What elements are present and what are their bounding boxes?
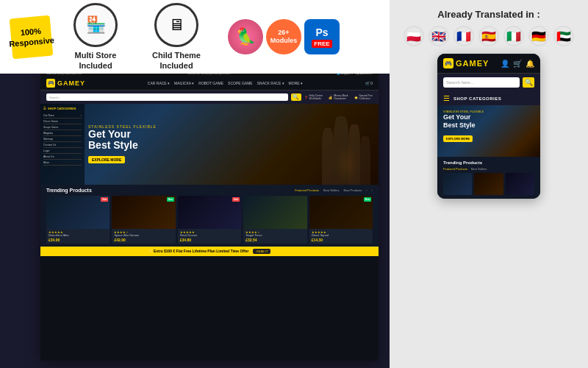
cart-icon[interactable]: 🛒 0: [365, 81, 373, 85]
product-image-5: New: [309, 196, 373, 229]
flag-poland: 🇵🇱: [404, 26, 424, 46]
flag-italy: 🇮🇹: [503, 26, 524, 46]
badges-area: 100% Responsive 🏪 Multi Store Included 🖥…: [0, 0, 390, 74]
help-icon: ❓: [304, 96, 308, 99]
flag-spain: 🇪🇸: [478, 26, 499, 46]
mobile-trending-title: Trending Products: [443, 160, 482, 165]
sidebar-item-scope-game[interactable]: Scope Game: [43, 124, 82, 130]
childtheme-icon: 🖥: [154, 3, 198, 47]
parrot-icon: 🦜: [228, 19, 263, 54]
mobile-trending-header: Trending Products: [443, 160, 534, 165]
mobile-user-icon[interactable]: 👤: [501, 60, 509, 68]
hero-sidebar: ☰ SHOP CATEGORIES Car Race › Honor Game …: [40, 104, 85, 185]
mobile-logo: 🎮 GAMEY: [443, 58, 489, 68]
search-button[interactable]: 🔍: [291, 93, 301, 101]
nav-snack-race[interactable]: SNACK RACE ▾: [257, 81, 284, 85]
mobile-product-1[interactable]: [443, 173, 472, 195]
childtheme-text: Child Theme Included: [152, 50, 201, 71]
flag-germany: 🇩🇪: [528, 26, 549, 46]
hamburger-icon: ☰: [443, 94, 450, 102]
sidebar-item-car-race[interactable]: Car Race ›: [43, 113, 82, 118]
product-tag-new-5: New: [364, 197, 371, 202]
product-price-3: £34.80: [180, 238, 239, 242]
product-card-3[interactable]: Sale ★★★★★ Steel Gunner £34.80: [178, 196, 241, 244]
service-money: 💰 Money BackGuarantee: [329, 94, 348, 100]
nav-robot-game[interactable]: ROBOT GAME: [198, 81, 223, 85]
product-price-5: £14.30: [312, 238, 370, 242]
multistore-text: Multi Store Included: [75, 50, 117, 71]
site-nav: CAR RACE ▾ MAGICKA ▾ ROBOT GAME SCOPE GA…: [148, 81, 303, 85]
logo-gamepad-icon: 🎮: [46, 79, 55, 88]
product-info-5: ★★★★★ Ghost Squad £14.30: [309, 229, 373, 244]
product-tag-sale: Sale: [101, 197, 108, 202]
product-card-5[interactable]: New ★★★★★ Ghost Squad £14.30: [309, 196, 373, 244]
trending-title: Trending Products: [46, 188, 92, 193]
nav-scope-game[interactable]: SCOPE GAME: [228, 81, 253, 85]
nav-magicka[interactable]: MAGICKA ▾: [174, 81, 194, 85]
flag-france: 🇫🇷: [453, 26, 474, 46]
ps-free: FREE: [312, 40, 331, 48]
mobile-products: [443, 173, 534, 195]
nav-car-race[interactable]: CAR RACE ▾: [148, 81, 170, 85]
product-price-1: £34.00: [49, 238, 107, 242]
product-price-4: £32.54: [245, 238, 304, 242]
product-card-1[interactable]: Sale ★★★★★ Demolition Man £34.00: [46, 196, 110, 244]
mobile-trending: Trending Products Featured Products Best…: [437, 157, 540, 199]
banner-button[interactable]: GRAB IT: [253, 249, 270, 254]
sidebar-item-about[interactable]: About Us: [43, 154, 82, 160]
product-info-2: ★★★★☆ Space War Games £42.00: [112, 229, 175, 244]
multistore-icon: 🏪: [74, 3, 118, 47]
responsive-badge: 100% Responsive: [10, 15, 54, 59]
bottom-banner: 🌟 Extra $100 € Flat Free Lifetime Plan L…: [40, 247, 379, 256]
modules-badge: 26+ Modules: [266, 19, 301, 54]
tab-new[interactable]: New Products: [343, 188, 362, 192]
product-info-3: ★★★★★ Steel Gunner £34.80: [178, 229, 241, 244]
sidebar-item-magicka[interactable]: Magicka: [43, 130, 82, 136]
mobile-product-img-3: [506, 173, 534, 195]
mobile-cart-icon[interactable]: 🛒: [513, 60, 522, 68]
sidebar-item-login[interactable]: Login: [43, 148, 82, 154]
product-card-4[interactable]: ★★★★☆ Target Terror £32.54: [243, 196, 306, 244]
service-help: ❓ Help CenterWorldwide: [304, 94, 323, 100]
product-tag-sale-3: Sale: [232, 197, 240, 202]
mobile-search-input[interactable]: Search here...: [443, 77, 520, 88]
nav-more[interactable]: MORE ▾: [289, 81, 303, 85]
sidebar-item-honor-game[interactable]: Honor Game: [43, 118, 82, 124]
mobile-notification-icon[interactable]: 🔔: [526, 60, 534, 68]
site-logo-text: GAMEY: [57, 79, 85, 87]
trending-header: Trending Products Featured Products Best…: [46, 188, 373, 193]
product-image-2: New: [112, 196, 175, 229]
mobile-product-img-1: [443, 173, 472, 195]
search-input[interactable]: Search...: [46, 93, 288, 101]
sidebar-item-more[interactable]: More: [43, 160, 82, 166]
mobile-product-2[interactable]: [474, 173, 503, 195]
mobile-logo-icon: 🎮: [443, 58, 453, 68]
mobile-tab-featured[interactable]: Featured Products: [443, 167, 467, 171]
prev-arrow[interactable]: ‹: [366, 188, 367, 192]
mobile-categories-label: SHOP CATEGORIES: [453, 96, 501, 101]
translation-title: Already Translated in :: [398, 9, 579, 20]
sidebar-item-sitemap[interactable]: Sitemap: [43, 136, 82, 142]
tab-featured[interactable]: Featured Products: [295, 188, 319, 192]
mobile-product-img-2: [474, 173, 503, 195]
next-arrow[interactable]: ›: [372, 188, 373, 192]
product-card-2[interactable]: New ★★★★☆ Space War Games £42.00: [112, 196, 175, 244]
translation-flags: 🇵🇱 🇬🇧 🇫🇷 🇪🇸 🇮🇹 🇩🇪 🇦🇪: [398, 26, 579, 46]
mobile-product-3[interactable]: [506, 173, 534, 195]
explore-button[interactable]: EXPLORE MORE: [88, 156, 125, 163]
site-logo: 🎮 GAMEY: [46, 79, 85, 88]
mobile-search-button[interactable]: 🔍: [523, 77, 534, 88]
mobile-categories-bar[interactable]: ☰ SHOP CATEGORIES: [437, 91, 540, 105]
soldiers-image: [316, 104, 375, 185]
site-actions: 🛒 0: [365, 81, 373, 85]
product-tag-new: New: [167, 197, 174, 202]
right-panel: Already Translated in : 🇵🇱 🇬🇧 🇫🇷 🇪🇸 🇮🇹 🇩…: [390, 0, 588, 368]
sidebar-item-contact[interactable]: Contact Us: [43, 142, 82, 148]
menu-icon: ☰: [43, 107, 46, 110]
ps-badge: Ps FREE: [304, 19, 340, 54]
mobile-tab-bestsellers[interactable]: Best Sellers: [471, 167, 487, 171]
tab-bestsellers[interactable]: Best Sellers: [323, 188, 339, 192]
mobile-explore-button[interactable]: EXPLORE MORE: [443, 135, 473, 142]
site-header: 🎮 GAMEY CAR RACE ▾ MAGICKA ▾ ROBOT GAME …: [40, 77, 379, 91]
website-mockup: Call Us: (+00) 456-000-780 Email Us: Dem…: [40, 70, 379, 361]
